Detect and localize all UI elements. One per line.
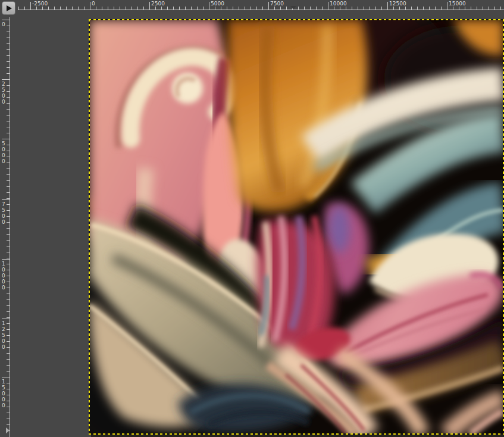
- ruler-tick: [7, 264, 10, 264]
- ruler-tick: [114, 7, 114, 10]
- ruler-tick: [7, 103, 10, 104]
- ruler-tick: [126, 7, 126, 10]
- ruler-tick: [328, 2, 328, 10]
- ruler-tick: [120, 7, 120, 10]
- ruler-tick: [84, 7, 84, 10]
- ruler-tick: [358, 7, 358, 10]
- ruler-tick: [203, 7, 204, 10]
- ruler-label: 5 0 0 0: [2, 141, 5, 164]
- ruler-tick: [7, 329, 10, 330]
- ruler-tick: [7, 174, 10, 175]
- ruler-tick: [7, 192, 10, 193]
- ruler-tick: [173, 7, 174, 10]
- ruler-tick: [7, 157, 10, 157]
- ruler-tick: [340, 7, 340, 10]
- ruler-tick: [429, 7, 430, 10]
- ruler-tick: [24, 7, 25, 10]
- ruler-tick: [18, 7, 19, 10]
- ruler-tick: [304, 7, 305, 10]
- ruler-tick: [435, 7, 436, 10]
- ruler-tick: [7, 252, 10, 252]
- image-drop-shadow: [91, 435, 504, 437]
- ruler-tick: [417, 7, 418, 10]
- ruler-tick: [7, 335, 10, 336]
- ruler-tick: [7, 413, 10, 413]
- ruler-tick: [78, 7, 79, 10]
- layer-boundary-top: [89, 19, 504, 20]
- ruler-tick: [7, 43, 10, 44]
- ruler-tick: [262, 7, 263, 10]
- ruler-tick: [471, 7, 471, 10]
- ruler-tick: [7, 85, 10, 86]
- ruler-tick: [7, 163, 10, 163]
- ruler-label: 15000: [449, 1, 466, 7]
- ruler-tick: [7, 347, 10, 348]
- ruler-tick: [7, 97, 10, 98]
- ruler-tick: [7, 424, 10, 425]
- ruler-tick: [447, 2, 447, 10]
- ruler-tick: [7, 32, 10, 32]
- ruler-tick: [459, 7, 459, 10]
- ruler-tick: [155, 7, 156, 10]
- ruler-tick: [2, 377, 10, 377]
- ruler-tick: [7, 419, 10, 419]
- ruler-tick: [72, 7, 73, 10]
- ruler-tick: [7, 115, 10, 116]
- ruler-tick: [132, 7, 132, 10]
- ruler-tick: [7, 407, 10, 407]
- ruler-tick: [316, 7, 317, 10]
- ruler-tick: [7, 127, 10, 127]
- ruler-tick: [423, 7, 424, 10]
- ruler-tick: [245, 7, 245, 10]
- ruler-tick: [54, 7, 55, 10]
- canvas-viewport[interactable]: [89, 20, 503, 434]
- ruler-tick: [108, 7, 108, 10]
- ruler-tick: [274, 7, 275, 10]
- ruler-tick: [441, 7, 442, 10]
- ruler-tick: [7, 133, 10, 133]
- ruler-tick: [393, 7, 394, 10]
- ruler-tick: [7, 228, 10, 229]
- ruler-tick: [161, 7, 162, 10]
- ruler-tick: [185, 7, 186, 10]
- ruler-label: 1 2 5 0 0: [2, 320, 5, 350]
- ruler-tick: [191, 7, 192, 10]
- ruler-label: -2500: [32, 1, 48, 7]
- vertical-ruler[interactable]: 02 5 0 05 0 0 07 5 0 01 0 0 0 01 2 5 0 0…: [0, 0, 10, 437]
- ruler-tick: [7, 359, 10, 360]
- ruler-tick: [352, 7, 352, 10]
- ruler-tick: [30, 2, 31, 10]
- ruler-tick: [7, 198, 10, 199]
- ruler-tick: [453, 7, 453, 10]
- ruler-label: 10000: [330, 1, 347, 7]
- ruler-tick: [7, 258, 10, 258]
- ruler-tick: [7, 67, 10, 68]
- ruler-tick: [268, 2, 269, 10]
- ruler-tick: [494, 7, 495, 10]
- ruler-tick: [7, 317, 10, 318]
- ruler-tick: [197, 7, 198, 10]
- ruler-tick: [2, 20, 10, 20]
- ruler-tick: [90, 2, 90, 10]
- image-editor-window: -25000250050007500100001250015000 02 5 0…: [0, 0, 504, 437]
- ruler-tick: [489, 7, 489, 10]
- ruler-tick: [143, 7, 144, 10]
- ruler-tick: [370, 7, 370, 10]
- ruler-tick: [7, 395, 10, 395]
- ruler-tick: [7, 371, 10, 372]
- ruler-label: 5000: [211, 1, 224, 7]
- horizontal-ruler[interactable]: -25000250050007500100001250015000: [0, 0, 504, 10]
- ruler-tick: [179, 7, 180, 10]
- ruler-tick: [375, 7, 376, 10]
- ruler-label: 7 5 0 0: [2, 201, 5, 225]
- ruler-tick: [500, 7, 501, 10]
- ruler-tick: [7, 341, 10, 342]
- vertical-ruler-baseline: [10, 17, 10, 437]
- ruler-tick: [7, 210, 10, 211]
- ruler-tick: [346, 7, 346, 10]
- layer-boundary-left: [89, 19, 90, 435]
- ruler-tick: [483, 7, 483, 10]
- ruler-tick: [7, 311, 10, 312]
- ruler-tick: [227, 7, 227, 10]
- ruler-tick: [7, 26, 10, 26]
